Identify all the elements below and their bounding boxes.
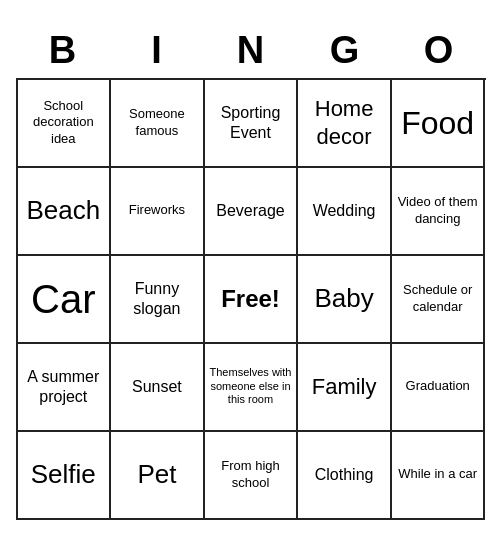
cell-text: Car <box>31 274 95 324</box>
bingo-cell: Food <box>392 80 486 168</box>
bingo-cell: School decoration idea <box>18 80 112 168</box>
bingo-cell: Graduation <box>392 344 486 432</box>
cell-text: Home decor <box>302 95 386 150</box>
cell-text: Wedding <box>313 201 376 221</box>
bingo-cell: Someone famous <box>111 80 205 168</box>
bingo-cell: Schedule or calendar <box>392 256 486 344</box>
bingo-cell: Pet <box>111 432 205 520</box>
bingo-cell: Beach <box>18 168 112 256</box>
cell-text: Sunset <box>132 377 182 397</box>
cell-text: Themselves with someone else in this roo… <box>209 366 293 407</box>
bingo-cell: Video of them dancing <box>392 168 486 256</box>
cell-text: Video of them dancing <box>396 194 480 227</box>
cell-text: While in a car <box>398 466 477 482</box>
bingo-cell: Car <box>18 256 112 344</box>
cell-text: Sporting Event <box>209 103 293 143</box>
bingo-cell: Beverage <box>205 168 299 256</box>
bingo-cell: From high school <box>205 432 299 520</box>
bingo-cell: Themselves with someone else in this roo… <box>205 344 299 432</box>
cell-text: Clothing <box>315 465 374 485</box>
cell-text: School decoration idea <box>22 98 106 147</box>
cell-text: Funny slogan <box>115 279 199 319</box>
bingo-cell: A summer project <box>18 344 112 432</box>
cell-text: Fireworks <box>129 202 185 218</box>
header-letter: G <box>298 25 392 76</box>
bingo-cell: Wedding <box>298 168 392 256</box>
bingo-header: BINGO <box>16 25 486 76</box>
bingo-cell: Clothing <box>298 432 392 520</box>
bingo-cell: Free! <box>205 256 299 344</box>
cell-text: From high school <box>209 458 293 491</box>
header-letter: B <box>16 25 110 76</box>
cell-text: A summer project <box>22 367 106 407</box>
cell-text: Pet <box>137 458 176 491</box>
cell-text: Free! <box>221 284 280 314</box>
bingo-cell: Home decor <box>298 80 392 168</box>
cell-text: Family <box>312 373 377 401</box>
bingo-cell: Fireworks <box>111 168 205 256</box>
header-letter: I <box>110 25 204 76</box>
header-letter: O <box>392 25 486 76</box>
bingo-cell: Funny slogan <box>111 256 205 344</box>
bingo-cell: Baby <box>298 256 392 344</box>
cell-text: Selfie <box>31 458 96 491</box>
cell-text: Food <box>401 103 474 143</box>
cell-text: Beach <box>26 194 100 227</box>
cell-text: Beverage <box>216 201 285 221</box>
bingo-cell: Sporting Event <box>205 80 299 168</box>
header-letter: N <box>204 25 298 76</box>
bingo-cell: While in a car <box>392 432 486 520</box>
bingo-card: BINGO School decoration ideaSomeone famo… <box>6 15 496 530</box>
cell-text: Someone famous <box>115 106 199 139</box>
bingo-cell: Sunset <box>111 344 205 432</box>
bingo-grid: School decoration ideaSomeone famousSpor… <box>16 78 486 520</box>
bingo-cell: Family <box>298 344 392 432</box>
cell-text: Graduation <box>406 378 470 394</box>
bingo-cell: Selfie <box>18 432 112 520</box>
cell-text: Baby <box>314 282 373 315</box>
cell-text: Schedule or calendar <box>396 282 480 315</box>
